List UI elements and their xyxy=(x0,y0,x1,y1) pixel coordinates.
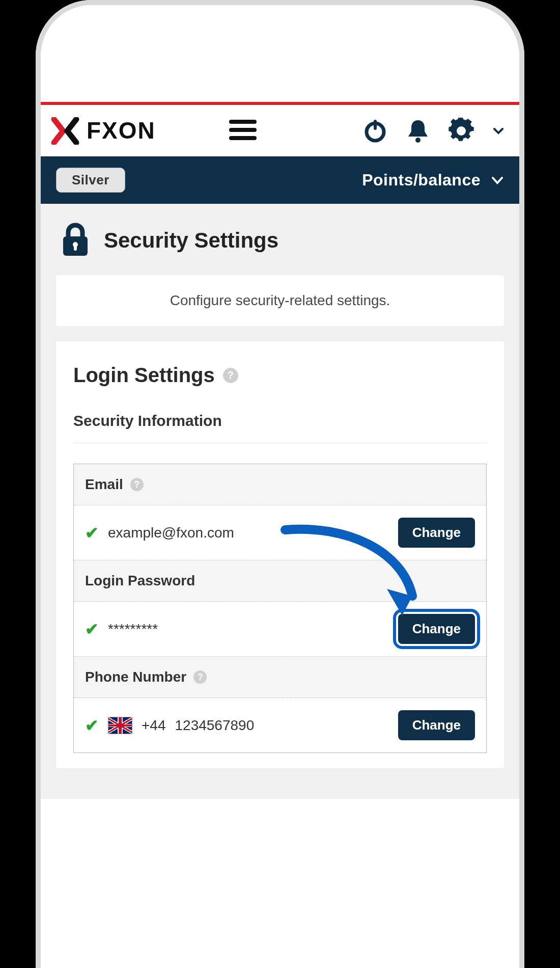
svg-rect-2 xyxy=(229,128,257,132)
svg-rect-1 xyxy=(229,120,257,124)
login-settings-heading: Login Settings ? xyxy=(73,364,487,387)
login-settings-heading-label: Login Settings xyxy=(73,364,215,387)
security-info-subheading: Security Information xyxy=(73,412,487,429)
svg-text:FXON: FXON xyxy=(87,118,156,144)
help-icon[interactable]: ? xyxy=(223,368,238,383)
help-icon[interactable]: ? xyxy=(193,670,207,684)
password-label-row: Login Password xyxy=(74,560,486,602)
top-bar-actions xyxy=(362,118,504,144)
menu-icon[interactable] xyxy=(229,119,257,143)
login-settings-card: Login Settings ? Security Information Em… xyxy=(56,341,504,768)
divider xyxy=(73,443,487,443)
brand-logo-type-icon: FXON xyxy=(87,118,209,144)
chevron-down-icon xyxy=(491,174,504,187)
lock-icon xyxy=(61,221,90,260)
tier-chip: Silver xyxy=(56,168,125,193)
brand-logo-mark-icon xyxy=(51,117,79,145)
page-body: Security Settings Configure security-rel… xyxy=(41,204,519,799)
phone-label-row: Phone Number ? xyxy=(74,657,486,698)
brand-logo[interactable]: FXON xyxy=(51,117,209,145)
change-email-button[interactable]: Change xyxy=(398,518,475,548)
svg-point-6 xyxy=(415,138,421,143)
svg-rect-3 xyxy=(229,136,257,140)
bell-icon[interactable] xyxy=(406,118,430,144)
flag-uk-icon xyxy=(108,717,132,734)
tier-bar: Silver Points/balance xyxy=(41,156,519,204)
points-balance-label: Points/balance xyxy=(362,171,481,190)
phone-value-row: ✔ +44 1234567890 Change xyxy=(74,698,486,752)
password-value-row: ✔ ********* Change xyxy=(74,602,486,657)
page-title: Security Settings xyxy=(104,228,278,253)
email-value: example@fxon.com xyxy=(108,525,389,541)
email-label: Email xyxy=(85,476,123,493)
check-icon: ✔ xyxy=(85,523,99,543)
chevron-down-icon[interactable] xyxy=(493,125,504,137)
phone-label: Phone Number xyxy=(85,669,186,685)
security-info-table: Email ? ✔ example@fxon.com Change Login … xyxy=(73,464,487,753)
top-bar: FXON xyxy=(41,105,519,156)
change-password-button[interactable]: Change xyxy=(398,614,475,644)
gear-icon[interactable] xyxy=(448,118,474,144)
points-balance-dropdown[interactable]: Points/balance xyxy=(362,171,504,190)
change-phone-button[interactable]: Change xyxy=(398,710,475,740)
email-label-row: Email ? xyxy=(74,464,486,505)
check-icon: ✔ xyxy=(85,716,99,735)
power-icon[interactable] xyxy=(362,118,388,144)
phone-frame: FXON xyxy=(36,0,524,968)
page-intro: Configure security-related settings. xyxy=(56,275,504,326)
password-label: Login Password xyxy=(85,573,195,589)
phone-country-code: +44 xyxy=(142,717,166,734)
svg-rect-9 xyxy=(74,246,77,251)
svg-rect-5 xyxy=(374,120,377,130)
help-icon[interactable]: ? xyxy=(130,478,144,491)
check-icon: ✔ xyxy=(85,620,99,639)
page-header: Security Settings xyxy=(41,204,519,275)
app-screen: FXON xyxy=(41,5,519,968)
email-value-row: ✔ example@fxon.com Change xyxy=(74,505,486,560)
password-value: ********* xyxy=(108,621,389,637)
phone-number: 1234567890 xyxy=(175,717,389,734)
